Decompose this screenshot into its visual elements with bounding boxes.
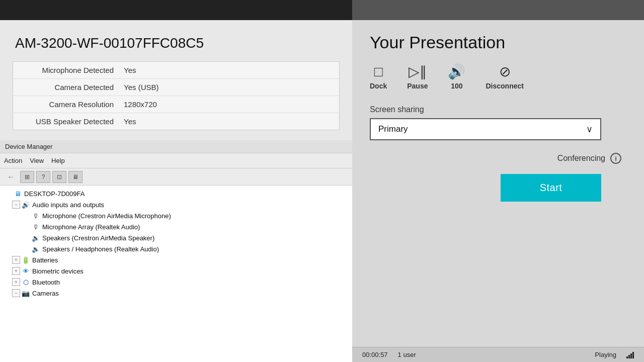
tree-item-label: DESKTOP-7D009FA [24, 190, 85, 198]
dm-icon-1[interactable]: ⊞ [20, 171, 34, 183]
screen-sharing-dropdown[interactable]: Primary ∨ [370, 118, 601, 140]
tree-expand-icon[interactable]: − [12, 289, 20, 297]
camera-icon: 📷 [21, 289, 30, 298]
tree-expand-icon[interactable]: + [12, 267, 20, 275]
100-icon: 🔊 [448, 65, 465, 79]
status-row: Microphone Detected Yes [13, 62, 339, 79]
tree-item-label: Microphone (Crestron AirMedia Microphone… [42, 212, 171, 220]
screen-sharing-section: Screen sharing Primary ∨ [370, 105, 626, 140]
tree-item[interactable]: 🔉 Speakers / Headphones (Realtek Audio) [0, 243, 352, 254]
conferencing-label: Conferencing [557, 154, 605, 163]
info-icon[interactable]: i [610, 153, 621, 164]
conferencing-row: Conferencing i [370, 153, 626, 164]
status-value: Yes [124, 117, 136, 126]
control-100[interactable]: 🔊 100 [448, 65, 465, 90]
status-row: Camera Resolution 644x362 [13, 96, 339, 113]
tree-expand-icon[interactable]: + [12, 278, 20, 286]
control-label: Disconnect [486, 82, 523, 90]
status-value: 644x362 [124, 100, 157, 109]
status-label: USB Speaker Detected [23, 117, 124, 126]
device-manager-header: Device Manager [0, 140, 352, 153]
status-row: USB Speaker Detected Yes [13, 113, 339, 130]
tree-expand-icon[interactable]: − [12, 201, 20, 209]
control-pause[interactable]: ▷∥ Pause [407, 65, 428, 90]
tree-item[interactable]: + 👁 Biometric devices [0, 265, 352, 277]
dm-menu-view[interactable]: View [30, 157, 44, 164]
status-users: 1 user [398, 351, 416, 358]
tree-item-label: Audio inputs and outputs [32, 201, 104, 209]
dm-icon-4[interactable]: 🖥 [68, 171, 83, 183]
signal-bars-icon [626, 351, 634, 358]
right-panel: Your Presentation □ Dock ▷∥ Pause 🔊 100 … [352, 0, 644, 362]
left-top-bar [0, 0, 352, 20]
tree-item[interactable]: 🔉 Speakers (Crestron AirMedia Speaker) [0, 232, 352, 243]
control-label: Pause [407, 82, 428, 90]
dm-menu-action[interactable]: Action [4, 157, 22, 164]
tree-item[interactable]: + ⬡ Bluetooth [0, 277, 352, 288]
device-manager-section: Device Manager ActionViewHelp ← ⊞ ? ⊡ 🖥 … [0, 140, 352, 362]
status-label: Camera Resolution [23, 100, 124, 109]
monitor-icon: 🖥 [13, 189, 22, 198]
tree-item-label: Microphone Array (Realtek Audio) [42, 223, 140, 231]
bluetooth-icon: ⬡ [21, 278, 30, 287]
tree-item-label: Cameras [32, 290, 59, 297]
speaker-icon: 🔉 [31, 244, 40, 253]
device-tree: 🖥 DESKTOP-7D009FA − 🔊 Audio inputs and o… [0, 186, 352, 362]
disconnect-icon: ⊘ [499, 65, 511, 79]
device-title: AM-3200-WF-00107FFC08C5 [10, 35, 342, 51]
tree-item[interactable]: − 📷 Cameras [0, 288, 352, 299]
dm-menu-help[interactable]: Help [51, 157, 65, 164]
tree-item[interactable]: − 🔊 Audio inputs and outputs [0, 199, 352, 210]
dm-icon-3[interactable]: ⊡ [52, 171, 66, 183]
status-playing: Playing [595, 351, 616, 358]
control-dock[interactable]: □ Dock [370, 65, 387, 90]
start-button[interactable]: Start [501, 174, 601, 202]
status-label: Microphone Detected [23, 66, 124, 74]
status-value: Yes (USB) [124, 83, 158, 92]
pause-icon: ▷∥ [409, 65, 427, 79]
left-panel: AM-3200-WF-00107FFC08C5 Microphone Detec… [0, 0, 352, 362]
chevron-down-icon: ∨ [586, 124, 593, 135]
battery-icon: 🔋 [21, 255, 30, 264]
tree-item-label: Biometric devices [32, 267, 84, 275]
tree-item[interactable]: + 🔋 Batteries [0, 254, 352, 265]
control-label: Dock [370, 82, 387, 90]
biometric-icon: 👁 [21, 266, 30, 276]
dm-icon-2[interactable]: ? [36, 171, 50, 183]
screen-sharing-selected: Primary [378, 124, 408, 134]
tree-item-label: Speakers (Crestron AirMedia Speaker) [42, 234, 154, 242]
tree-item[interactable]: 🎙 Microphone (Crestron AirMedia Micropho… [0, 210, 352, 221]
status-row: Camera Detected Yes (USB) [13, 79, 339, 96]
control-label: 100 [451, 82, 462, 90]
screen-sharing-label: Screen sharing [370, 105, 626, 114]
tree-item[interactable]: 🎙 Microphone Array (Realtek Audio) [0, 221, 352, 232]
presentation-title: Your Presentation [370, 33, 626, 52]
tree-item-label: Bluetooth [32, 279, 60, 286]
status-label: Camera Detected [23, 83, 124, 92]
status-time: 00:00:57 [362, 351, 388, 358]
tree-item-label: Batteries [32, 256, 58, 264]
device-status-table: Microphone Detected Yes Camera Detected … [13, 61, 340, 130]
mic-icon: 🎙 [31, 211, 40, 220]
device-manager-toolbar: ActionViewHelp [0, 153, 352, 168]
device-info-section: AM-3200-WF-00107FFC08C5 Microphone Detec… [0, 20, 352, 140]
status-bar: 00:00:57 1 user Playing [352, 347, 644, 362]
control-disconnect[interactable]: ⊘ Disconnect [486, 65, 523, 90]
right-top-bar [352, 0, 644, 20]
speaker-icon: 🔉 [31, 233, 40, 242]
tree-item-label: Speakers / Headphones (Realtek Audio) [42, 245, 159, 253]
controls-row: □ Dock ▷∥ Pause 🔊 100 ⊘ Disconnect [370, 65, 626, 90]
dock-icon: □ [374, 65, 383, 79]
audio-icon: 🔊 [21, 200, 30, 209]
presentation-content: Your Presentation □ Dock ▷∥ Pause 🔊 100 … [352, 20, 644, 362]
tree-expand-icon[interactable]: + [12, 256, 20, 264]
tree-item[interactable]: 🖥 DESKTOP-7D009FA [0, 188, 352, 199]
device-manager-icons-bar: ← ⊞ ? ⊡ 🖥 [0, 168, 352, 186]
back-button[interactable]: ← [4, 171, 18, 183]
status-value: Yes [124, 66, 136, 74]
mic-icon: 🎙 [31, 222, 40, 231]
